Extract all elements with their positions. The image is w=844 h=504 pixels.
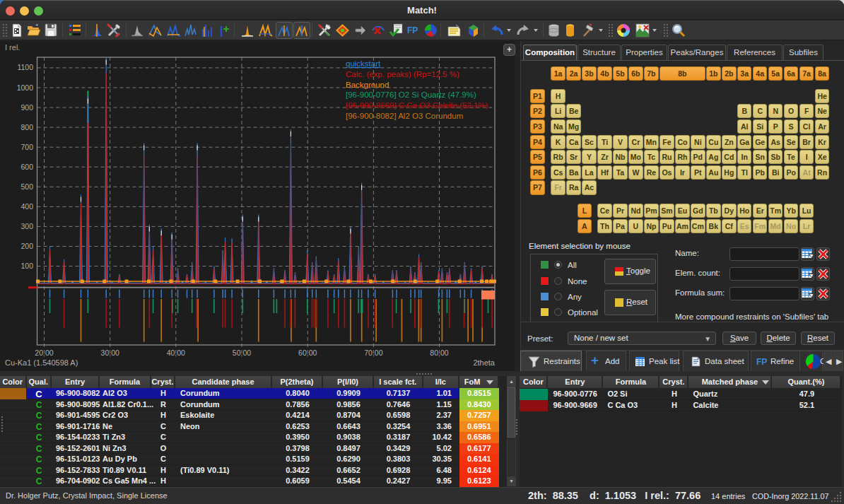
svg-text:50.00: 50.00 <box>233 348 251 357</box>
svg-text:300: 300 <box>20 222 33 230</box>
svg-text:Calc. (exp. peaks) (Rp=12.5 %): Calc. (exp. peaks) (Rp=12.5 %) <box>346 70 459 78</box>
svg-text:[96-900-0776] O2 Si Quartz (47: [96-900-0776] O2 Si Quartz (47.9%) <box>346 90 476 99</box>
svg-text:Background: Background <box>346 81 389 89</box>
svg-text:[96-900-8082] Al2 O3 Corundum: [96-900-8082] Al2 O3 Corundum <box>346 112 463 120</box>
svg-text:20.00: 20.00 <box>35 348 53 357</box>
svg-text:30.00: 30.00 <box>101 348 119 357</box>
svg-text:200: 200 <box>20 242 33 250</box>
svg-text:1000: 1000 <box>17 83 34 92</box>
svg-text:600: 600 <box>20 163 33 171</box>
svg-text:700: 700 <box>20 143 33 151</box>
svg-text:100: 100 <box>20 262 33 270</box>
svg-text:I rel.: I rel. <box>5 43 20 52</box>
svg-text:70.00: 70.00 <box>364 348 382 357</box>
svg-text:500: 500 <box>20 182 33 191</box>
svg-text:400: 400 <box>20 202 33 211</box>
svg-text:40.00: 40.00 <box>167 348 185 357</box>
svg-text:80.00: 80.00 <box>430 348 448 357</box>
svg-text:2theta: 2theta <box>473 358 495 367</box>
svg-text:800: 800 <box>20 123 33 131</box>
svg-text:[96-900-9669] C Ca O3 Calcite: [96-900-9669] C Ca O3 Calcite (52.1%) <box>346 101 488 110</box>
svg-text:1100: 1100 <box>17 63 33 71</box>
svg-text:quickstart: quickstart <box>346 59 381 68</box>
svg-text:Cu-Ka1 (1.540598 A): Cu-Ka1 (1.540598 A) <box>5 358 78 367</box>
svg-text:60.00: 60.00 <box>298 348 317 357</box>
svg-text:900: 900 <box>20 103 33 112</box>
